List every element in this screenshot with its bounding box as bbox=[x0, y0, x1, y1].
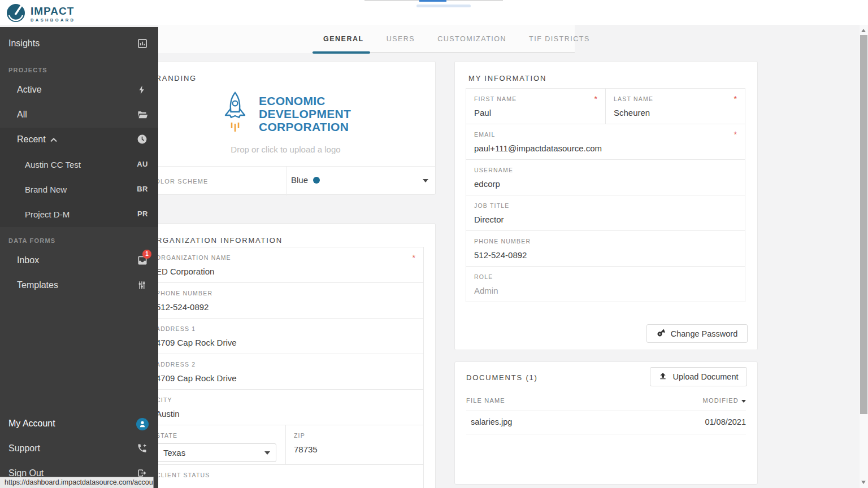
lightning-bolt-icon bbox=[137, 84, 148, 95]
field-role: ROLE Admin bbox=[466, 266, 745, 302]
org-logo-line1: ECONOMIC bbox=[259, 94, 351, 107]
top-header-band bbox=[0, 0, 868, 25]
phone-support-icon bbox=[137, 443, 148, 454]
settings-tabs: GENERAL USERS CUSTOMIZATION TIF DISTRICT… bbox=[312, 25, 601, 52]
field-state: STATE Texas bbox=[148, 425, 285, 464]
required-asterisk: * bbox=[734, 94, 737, 103]
app-window: IMPACT DASHBOARD GENERAL USERS CUSTOMIZA… bbox=[0, 0, 868, 488]
field-last-name[interactable]: LAST NAME Scheuren * bbox=[605, 89, 745, 124]
field-city[interactable]: CITY Austin bbox=[147, 389, 424, 425]
field-address-1[interactable]: ADDRESS 1 4709 Cap Rock Drive bbox=[147, 318, 424, 354]
vertical-scrollbar[interactable] bbox=[860, 25, 868, 488]
field-address-2[interactable]: ADDRESS 2 4709 Cap Rock Drive bbox=[147, 354, 424, 390]
sidebar-item-templates[interactable]: Templates bbox=[0, 277, 158, 295]
document-modified-date: 01/08/2021 bbox=[705, 417, 746, 426]
bar-chart-icon bbox=[137, 38, 148, 49]
project-abbr-badge: AU bbox=[137, 160, 148, 168]
color-scheme-label: COLOR SCHEME bbox=[150, 178, 209, 185]
column-header-file-name: FILE NAME bbox=[466, 397, 505, 404]
sidebar-project-d-m[interactable]: Project D-M PR bbox=[0, 206, 158, 224]
sidebar-header-projects: PROJECTS bbox=[8, 67, 155, 73]
sidebar-item-all[interactable]: All bbox=[0, 106, 158, 124]
chevron-down-icon[interactable] bbox=[423, 179, 428, 182]
gauge-logo-icon bbox=[6, 3, 26, 25]
tab-users[interactable]: USERS bbox=[375, 25, 427, 52]
browser-status-url: https://dashboard.impactdatasource.com/a… bbox=[0, 477, 154, 488]
sidebar-item-support[interactable]: Support bbox=[0, 440, 158, 458]
column-header-modified[interactable]: MODIFIED bbox=[703, 397, 746, 404]
documents-title: DOCUMENTS (1) bbox=[466, 373, 538, 382]
brand-title: IMPACT bbox=[31, 6, 75, 17]
upload-document-button[interactable]: Upload Document bbox=[650, 367, 747, 386]
sort-caret-icon bbox=[741, 400, 746, 403]
sliders-icon bbox=[137, 280, 148, 291]
org-logo-line3: CORPORATION bbox=[259, 120, 351, 133]
project-abbr-badge: PR bbox=[137, 210, 148, 218]
field-phone-number[interactable]: PHONE NUMBER 512-524-0892 bbox=[466, 230, 745, 267]
tab-general[interactable]: GENERAL bbox=[312, 25, 375, 52]
sidebar-item-active[interactable]: Active bbox=[0, 81, 158, 99]
scrollbar-thumb[interactable] bbox=[860, 35, 867, 414]
top-progress-glow bbox=[416, 5, 471, 7]
folder-open-icon bbox=[137, 109, 148, 120]
key-icon bbox=[657, 328, 671, 339]
field-zip[interactable]: ZIP 78735 bbox=[285, 425, 423, 464]
sidebar-header-data-forms: DATA FORMS bbox=[8, 237, 155, 244]
brand-subtitle: DASHBOARD bbox=[31, 18, 75, 23]
sidebar-project-austin-cc-test[interactable]: Austin CC Test AU bbox=[0, 156, 158, 174]
inbox-notification-badge: 1 bbox=[142, 250, 151, 259]
sidebar-item-insights[interactable]: Insights bbox=[0, 35, 158, 53]
field-first-name[interactable]: FIRST NAME Paul * bbox=[466, 89, 605, 124]
color-scheme-row: COLOR SCHEME Blue bbox=[136, 166, 435, 195]
dropzone-hint: Drop or click to upload a logo bbox=[136, 145, 435, 154]
organization-card: ORGANIZATION INFORMATION ORGANIZATION NA… bbox=[136, 223, 436, 488]
tab-customization[interactable]: CUSTOMIZATION bbox=[426, 25, 518, 52]
scroll-up-arrow-icon[interactable] bbox=[861, 29, 866, 32]
state-select[interactable]: Texas bbox=[156, 443, 276, 462]
user-avatar-icon[interactable] bbox=[136, 418, 149, 430]
tab-tif-districts[interactable]: TIF DISTRICTS bbox=[518, 25, 601, 52]
my-information-title: MY INFORMATION bbox=[468, 74, 546, 82]
field-job-title[interactable]: JOB TITLE Director bbox=[466, 195, 745, 231]
field-username[interactable]: USERNAME edcorp bbox=[466, 159, 745, 195]
document-file-name: salaries.jpg bbox=[471, 417, 512, 426]
field-email[interactable]: EMAIL paul+111@impactdatasource.com * bbox=[466, 124, 745, 160]
document-row[interactable]: salaries.jpg 01/08/2021 bbox=[466, 411, 746, 434]
rocket-logo-icon bbox=[220, 91, 250, 136]
field-org-phone[interactable]: PHONE NUMBER 512-524-0892 bbox=[147, 282, 424, 319]
field-client-status[interactable]: CLIENT STATUS bbox=[147, 464, 424, 488]
my-information-card: MY INFORMATION FIRST NAME Paul * LAST NA… bbox=[454, 61, 758, 350]
top-progress-indicator bbox=[419, 0, 446, 2]
clock-icon bbox=[137, 134, 148, 145]
chevron-up-icon bbox=[50, 134, 57, 145]
sidebar-project-brand-new[interactable]: Brand New BR bbox=[0, 181, 158, 199]
chevron-down-icon bbox=[264, 451, 270, 455]
documents-card: DOCUMENTS (1) Upload Document FILE NAME … bbox=[454, 361, 758, 485]
branding-card: BRANDING ECONOMIC DEVELOPMENT C bbox=[136, 61, 436, 195]
sidebar-item-recent[interactable]: Recent bbox=[0, 131, 158, 149]
sidebar-item-my-account[interactable]: My Account bbox=[0, 415, 158, 433]
color-swatch-dot bbox=[313, 177, 320, 184]
logo-dropzone[interactable]: ECONOMIC DEVELOPMENT CORPORATION bbox=[136, 91, 435, 136]
sidebar-item-inbox[interactable]: Inbox bbox=[0, 252, 158, 270]
org-logo-line2: DEVELOPMENT bbox=[259, 107, 351, 120]
organization-title: ORGANIZATION INFORMATION bbox=[150, 236, 283, 245]
color-scheme-select[interactable]: Blue bbox=[291, 175, 320, 185]
required-asterisk: * bbox=[413, 253, 415, 262]
sidebar: Insights PROJECTS Active All bbox=[0, 27, 158, 488]
change-password-button[interactable]: Change Password bbox=[646, 324, 748, 343]
field-organization-name[interactable]: ORGANIZATION NAME ED Corporation * bbox=[147, 247, 424, 283]
project-abbr-badge: BR bbox=[137, 185, 148, 193]
required-asterisk: * bbox=[734, 130, 737, 139]
upload-icon bbox=[658, 372, 672, 382]
scroll-down-arrow-icon[interactable] bbox=[861, 481, 866, 484]
required-asterisk: * bbox=[594, 94, 597, 103]
app-logo[interactable]: IMPACT DASHBOARD bbox=[6, 3, 75, 25]
